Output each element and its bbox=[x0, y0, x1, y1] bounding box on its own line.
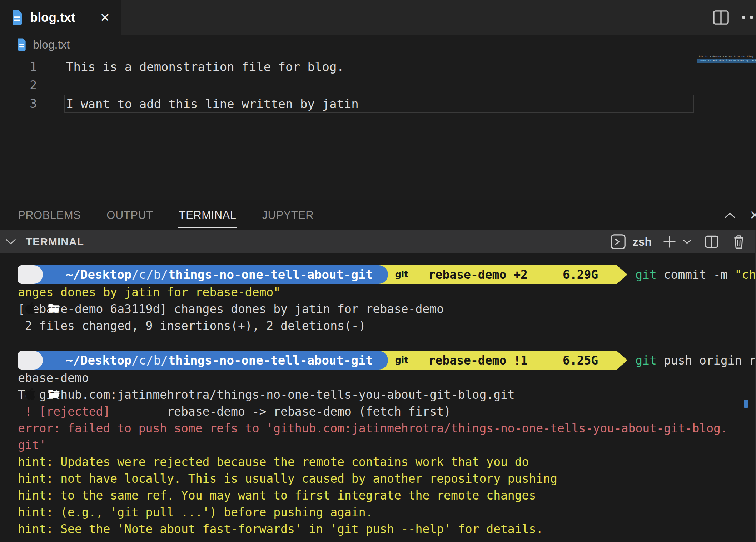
line-number: 1 bbox=[0, 57, 37, 76]
os-segment bbox=[18, 265, 43, 284]
terminal[interactable]: ~/Desktop/c/b/things-no-one-tell-about-g… bbox=[0, 253, 756, 542]
branch-name: rebase-demo +2 bbox=[428, 266, 528, 283]
tab-terminal[interactable]: TERMINAL bbox=[179, 209, 237, 222]
minimap-line: This is a demonstration file for blog. bbox=[697, 55, 756, 59]
terminal-line: hint: not have locally. This is usually … bbox=[18, 470, 756, 487]
shell-name[interactable]: zsh bbox=[633, 235, 652, 249]
panel-tab-bar: PROBLEMS OUTPUT TERMINAL JUPYTER ✕ bbox=[0, 200, 756, 230]
launch-profile-icon[interactable] bbox=[610, 234, 626, 250]
code-line-current: 3 I want to add this line written by jat… bbox=[0, 95, 756, 113]
more-actions-icon[interactable] bbox=[742, 16, 756, 19]
tab-label: blog.txt bbox=[30, 10, 75, 25]
terminal-controls: zsh bbox=[610, 234, 745, 250]
terminal-line: git' bbox=[18, 437, 756, 453]
memory-value: 6.25G bbox=[563, 352, 598, 369]
code-line: 2 bbox=[0, 76, 756, 95]
vcs-label: git bbox=[395, 266, 408, 283]
chevron-down-icon[interactable] bbox=[5, 238, 16, 246]
git-branch-icon bbox=[413, 354, 423, 366]
terminal-line: To github.com:jatinmehrotra/things-no-on… bbox=[18, 386, 756, 403]
separator-arc bbox=[534, 352, 540, 369]
terminal-line: hint: (e.g., 'git pull ...') before push… bbox=[18, 504, 756, 521]
vcs-label: git bbox=[395, 352, 408, 369]
memory-value: 6.29G bbox=[563, 266, 598, 283]
panel-actions: ✕ bbox=[724, 200, 756, 230]
file-icon bbox=[11, 10, 23, 25]
code-line: 1 This is a demonstration file for blog. bbox=[0, 57, 756, 76]
terminal-line: anges dones by jatin for rebase-demo" bbox=[18, 284, 756, 301]
terminal-dropdown-icon[interactable] bbox=[682, 239, 692, 245]
breadcrumb[interactable]: blog.txt bbox=[0, 35, 756, 55]
line-number: 3 bbox=[0, 95, 37, 113]
branch-name: rebase-demo !1 bbox=[428, 352, 528, 369]
kill-terminal-icon[interactable] bbox=[732, 234, 745, 250]
line-text: This is a demonstration file for blog. bbox=[37, 57, 344, 76]
minimap-current-line: I want to add this line written by jatin bbox=[697, 59, 756, 63]
terminal-line: [rebase-demo 6a3119d] changes dones by j… bbox=[18, 301, 756, 317]
memory-gauge-icon bbox=[546, 269, 558, 280]
terminal-line: hint: to the same ref. You may want to f… bbox=[18, 487, 756, 504]
code-area: 1 This is a demonstration file for blog.… bbox=[0, 55, 756, 113]
vscode-window: blog.txt ✕ blog.txt 1 This is a demonstr… bbox=[0, 0, 756, 542]
editor[interactable]: blog.txt 1 This is a demonstration file … bbox=[0, 35, 756, 200]
tab-output[interactable]: OUTPUT bbox=[106, 209, 153, 222]
current-line-highlight bbox=[64, 95, 694, 113]
line-number: 2 bbox=[0, 76, 37, 95]
tab-close-icon[interactable]: ✕ bbox=[100, 11, 110, 24]
cwd-path: ~/Desktop/c/b/things-no-one-tell-about-g… bbox=[66, 352, 373, 369]
prompt-line: ~/Desktop/c/b/things-no-one-tell-about-g… bbox=[18, 351, 756, 370]
prompt-arrow-notch bbox=[605, 268, 614, 281]
terminal-line-blank bbox=[18, 334, 756, 351]
os-segment bbox=[18, 351, 43, 370]
terminal-line: ebase-demo bbox=[18, 370, 756, 386]
maximize-panel-icon[interactable] bbox=[724, 211, 736, 220]
terminal-title: TERMINAL bbox=[26, 236, 84, 248]
command-text: git commit -m "ch bbox=[635, 266, 756, 283]
tab-blog-txt[interactable]: blog.txt ✕ bbox=[0, 0, 121, 35]
terminal-line: hint: Updates were rejected because the … bbox=[18, 453, 756, 470]
editor-actions bbox=[713, 0, 756, 35]
apple-icon bbox=[25, 268, 36, 281]
new-terminal-icon[interactable] bbox=[662, 234, 677, 250]
git-segment: git rebase-demo !1 6.25G bbox=[379, 351, 627, 370]
prompt-arrow-notch bbox=[605, 353, 614, 367]
terminal-header: TERMINAL zsh bbox=[0, 230, 756, 253]
tab-problems[interactable]: PROBLEMS bbox=[18, 209, 81, 222]
panel-right-edge bbox=[755, 230, 756, 542]
close-panel-icon[interactable]: ✕ bbox=[750, 208, 756, 223]
folder-icon bbox=[48, 270, 60, 280]
prompt-line: ~/Desktop/c/b/things-no-one-tell-about-g… bbox=[18, 265, 756, 284]
separator-arc bbox=[534, 266, 540, 283]
cwd-path: ~/Desktop/c/b/things-no-one-tell-about-g… bbox=[66, 266, 373, 283]
terminal-line: 2 files changed, 9 insertions(+), 2 dele… bbox=[18, 317, 756, 334]
split-terminal-icon[interactable] bbox=[704, 234, 720, 250]
editor-tab-bar: blog.txt ✕ bbox=[0, 0, 756, 35]
folder-icon bbox=[48, 355, 60, 365]
breadcrumb-file: blog.txt bbox=[33, 38, 70, 51]
terminal-line: ! [rejected] rebase-demo -> rebase-demo … bbox=[18, 403, 756, 420]
memory-gauge-icon bbox=[546, 355, 558, 366]
git-segment: git rebase-demo +2 6.29G bbox=[379, 265, 627, 284]
git-branch-icon bbox=[413, 269, 423, 281]
split-editor-icon[interactable] bbox=[713, 10, 729, 25]
terminal-line: error: failed to push some refs to 'gith… bbox=[18, 420, 756, 437]
command-text: git push origin r bbox=[635, 352, 756, 369]
terminal-line: hint: See the 'Note about fast-forwards'… bbox=[18, 521, 756, 537]
apple-icon bbox=[25, 353, 36, 367]
file-icon bbox=[16, 38, 26, 51]
path-segment: ~/Desktop/c/b/things-no-one-tell-about-g… bbox=[32, 265, 388, 284]
path-segment: ~/Desktop/c/b/things-no-one-tell-about-g… bbox=[32, 351, 388, 370]
terminal-scrollbar-thumb[interactable] bbox=[744, 400, 748, 408]
minimap[interactable]: This is a demonstration file for blog. I… bbox=[697, 55, 756, 63]
tab-jupyter[interactable]: JUPYTER bbox=[262, 209, 314, 222]
